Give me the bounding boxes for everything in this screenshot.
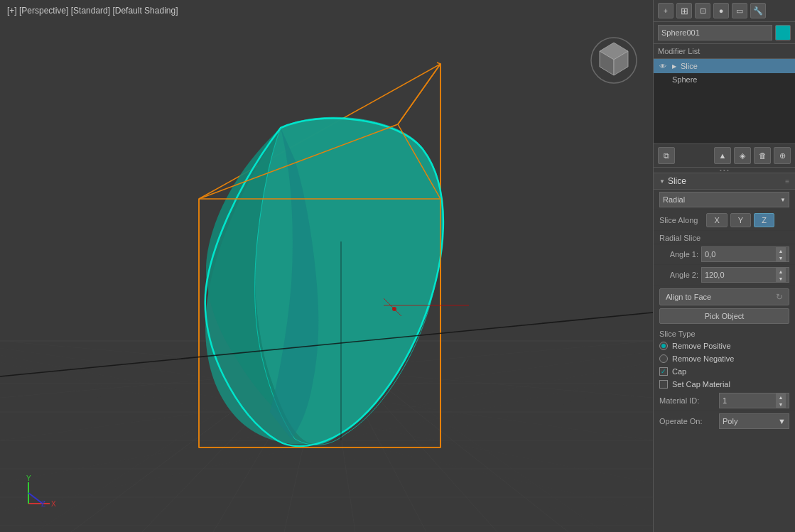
svg-text:X: X bbox=[51, 500, 56, 508]
modifier-funnel-btn[interactable]: ⧉ bbox=[658, 147, 675, 164]
modifier-stack: 👁 ▶ Slice Sphere bbox=[654, 59, 795, 144]
angle2-spinner[interactable]: ▲ ▼ bbox=[776, 268, 786, 282]
remove-negative-radio[interactable] bbox=[659, 354, 668, 363]
section-arrow: ▼ bbox=[659, 178, 665, 185]
svg-text:Z: Z bbox=[41, 500, 45, 508]
color-swatch[interactable] bbox=[775, 25, 791, 40]
material-id-row: Material ID: 1 ▲ ▼ bbox=[654, 391, 795, 411]
slice-type-section-label: Slice Type bbox=[654, 327, 795, 340]
angle1-spinner[interactable]: ▲ ▼ bbox=[776, 247, 786, 261]
angle2-row: Angle 2: 120,0 ▲ ▼ bbox=[654, 265, 795, 286]
refresh-icon: ↻ bbox=[776, 292, 783, 302]
viewport[interactable]: [+] [Perspective] [Standard] [Default Sh… bbox=[0, 0, 653, 532]
angle1-row: Angle 1: 0,0 ▲ ▼ bbox=[654, 244, 795, 265]
modifier-item-slice[interactable]: 👁 ▶ Slice bbox=[654, 59, 795, 73]
modifier-buttons: ⧉ ▲ ◈ 🗑 ⊕ bbox=[654, 144, 795, 168]
align-to-face-btn[interactable]: Align to Face ↻ bbox=[659, 288, 789, 305]
eye-icon[interactable]: 👁 bbox=[658, 61, 668, 71]
viewport-label: [+] [Perspective] [Standard] [Default Sh… bbox=[7, 6, 178, 16]
modifier-move-up-btn[interactable]: ▲ bbox=[714, 147, 731, 164]
section-header-slice[interactable]: ▼ Slice ≡ bbox=[654, 173, 795, 190]
svg-line-50 bbox=[28, 493, 43, 504]
modifier-name-sphere: Sphere bbox=[672, 75, 697, 84]
section-menu-dots[interactable]: ≡ bbox=[785, 178, 789, 185]
material-id-value: 1 bbox=[723, 396, 727, 405]
operate-on-label: Operate On: bbox=[659, 417, 716, 425]
material-id-up[interactable]: ▲ bbox=[776, 393, 786, 401]
collapse-dots: • • • bbox=[720, 167, 729, 173]
modifier-name-slice: Slice bbox=[681, 62, 791, 70]
axis-x-btn[interactable]: X bbox=[706, 213, 727, 227]
arrow-icon: ▶ bbox=[671, 63, 678, 70]
right-panel: + ⊞ ⊡ ● ▭ 🔧 Modifier List 👁 ▶ Slice Sphe… bbox=[653, 0, 795, 532]
slice-type-value: Radial bbox=[663, 195, 685, 204]
angle1-up[interactable]: ▲ bbox=[776, 247, 786, 254]
remove-positive-label: Remove Positive bbox=[672, 342, 731, 350]
dropdown-arrow: ▼ bbox=[780, 197, 786, 203]
angle1-down[interactable]: ▼ bbox=[776, 254, 786, 261]
angle2-up[interactable]: ▲ bbox=[776, 268, 786, 275]
angle1-label: Angle 1: bbox=[659, 250, 698, 259]
remove-negative-row[interactable]: Remove Negative bbox=[654, 352, 795, 365]
angle2-value: 120,0 bbox=[705, 271, 725, 279]
modifier-copy-btn[interactable]: ⊕ bbox=[774, 147, 791, 164]
monitor-button[interactable]: ▭ bbox=[732, 3, 747, 18]
sphere-button[interactable]: ● bbox=[713, 3, 729, 18]
slice-type-row: Radial ▼ bbox=[654, 190, 795, 210]
object-name-input[interactable] bbox=[658, 25, 772, 40]
set-cap-material-checkbox[interactable] bbox=[659, 380, 668, 389]
angle2-input[interactable]: 120,0 ▲ ▼ bbox=[701, 267, 789, 283]
angle1-input[interactable]: 0,0 ▲ ▼ bbox=[701, 246, 789, 262]
cap-checkbox[interactable]: ✓ bbox=[659, 367, 668, 376]
material-id-input[interactable]: 1 ▲ ▼ bbox=[719, 393, 789, 408]
align-to-face-label: Align to Face bbox=[666, 293, 711, 301]
modifier-edit-btn[interactable]: ◈ bbox=[734, 147, 751, 164]
material-id-down[interactable]: ▼ bbox=[776, 401, 786, 408]
remove-positive-row[interactable]: Remove Positive bbox=[654, 340, 795, 352]
top-toolbar: + ⊞ ⊡ ● ▭ 🔧 bbox=[654, 0, 795, 22]
set-cap-material-label: Set Cap Material bbox=[672, 380, 730, 389]
plus-button[interactable]: + bbox=[658, 3, 674, 18]
angle2-down[interactable]: ▼ bbox=[776, 275, 786, 282]
radial-slice-label: Radial Slice bbox=[654, 231, 795, 244]
pick-object-btn[interactable]: Pick Object bbox=[659, 308, 789, 324]
operate-on-value: Poly bbox=[723, 417, 737, 425]
cap-row[interactable]: ✓ Cap bbox=[654, 365, 795, 378]
section-title-slice: Slice bbox=[668, 176, 782, 186]
slice-along-label: Slice Along bbox=[659, 216, 698, 224]
slice-type-dropdown[interactable]: Radial ▼ bbox=[659, 192, 789, 207]
material-id-spinner[interactable]: ▲ ▼ bbox=[776, 393, 786, 408]
modifier-icon-button[interactable]: ⊞ bbox=[676, 3, 692, 18]
modifier-item-sphere[interactable]: Sphere bbox=[654, 73, 795, 86]
modifier-list-label: Modifier List bbox=[654, 44, 795, 59]
nav-cube[interactable] bbox=[589, 36, 639, 85]
operate-dropdown-arrow: ▼ bbox=[778, 417, 786, 425]
angle1-value: 0,0 bbox=[705, 250, 715, 259]
slice-along-row: Slice Along X Y Z bbox=[654, 210, 795, 231]
axis-z-btn[interactable]: Z bbox=[754, 213, 774, 227]
operate-on-dropdown[interactable]: Poly ▼ bbox=[719, 413, 789, 429]
remove-negative-label: Remove Negative bbox=[672, 354, 734, 363]
axes-indicator: X Y Z bbox=[21, 475, 57, 511]
cap-label: Cap bbox=[672, 367, 686, 376]
pick-object-label: Pick Object bbox=[705, 312, 745, 320]
wrench-button[interactable]: 🔧 bbox=[750, 3, 766, 18]
set-cap-material-row[interactable]: Set Cap Material bbox=[654, 378, 795, 391]
modifier-delete-btn[interactable]: 🗑 bbox=[754, 147, 771, 164]
object-name-row bbox=[654, 22, 795, 44]
angle2-label: Angle 2: bbox=[659, 271, 698, 279]
properties-section: ▼ Slice ≡ Radial ▼ Slice Along X Y Z Rad… bbox=[654, 173, 795, 532]
axis-y-btn[interactable]: Y bbox=[730, 213, 751, 227]
remove-positive-radio[interactable] bbox=[659, 342, 668, 350]
hierarchy-button[interactable]: ⊡ bbox=[695, 3, 710, 18]
svg-text:Y: Y bbox=[26, 475, 31, 482]
operate-on-row: Operate On: Poly ▼ bbox=[654, 411, 795, 431]
collapse-handle[interactable]: • • • bbox=[654, 168, 795, 173]
material-id-label: Material ID: bbox=[659, 396, 716, 405]
